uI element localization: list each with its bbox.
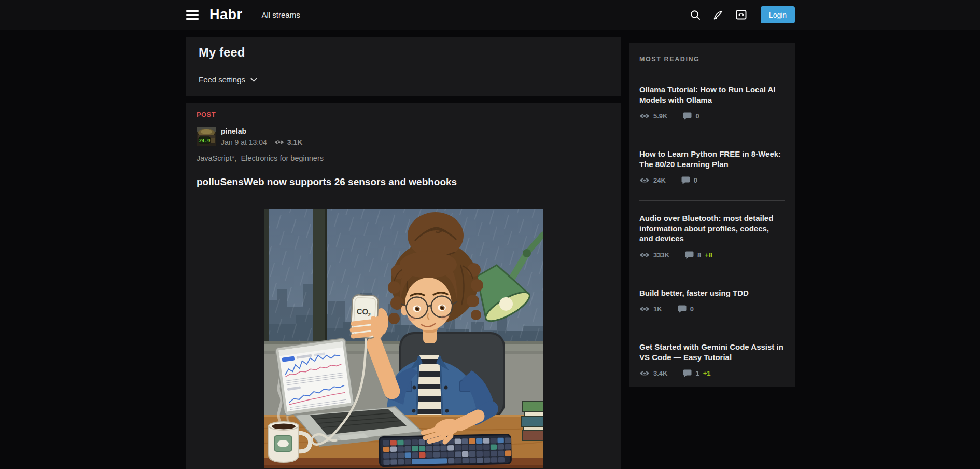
views-icon	[639, 112, 650, 120]
hub-link[interactable]: JavaScript*	[197, 154, 234, 162]
comments-stat[interactable]: 1+1	[683, 369, 710, 377]
most-reading-item: Get Started with Gemini Code Assist in V…	[639, 329, 785, 393]
most-reading-item: Audio over Bluetooth: most detailed info…	[639, 201, 785, 275]
top-nav: Habr All streams Login	[0, 0, 980, 30]
login-button[interactable]: Login	[761, 6, 795, 23]
post-kind-label: POST	[197, 111, 610, 118]
post-title[interactable]: polluSensWeb now supports 26 sensors and…	[197, 176, 610, 188]
views-stat: 333K	[639, 251, 669, 259]
views-icon	[639, 251, 650, 259]
most-reading-card: MOST READING Ollama Tutorial: How to Run…	[629, 43, 795, 387]
most-reading-item: Ollama Tutorial: How to Run Local AI Mod…	[639, 72, 785, 136]
search-icon	[690, 9, 701, 21]
search-button[interactable]	[689, 9, 702, 21]
article-link[interactable]: Audio over Bluetooth: most detailed info…	[639, 213, 785, 244]
comments-icon	[683, 369, 692, 377]
most-reading-item: Build better, faster using TDD1K0	[639, 275, 785, 329]
svg-text:24.9: 24.9	[199, 138, 211, 143]
nav-all-streams[interactable]: All streams	[262, 10, 300, 19]
comments-icon	[683, 112, 692, 120]
comments-icon	[685, 251, 694, 259]
post-image[interactable]: CO2	[264, 209, 543, 469]
most-reading-item: How to Learn Python FREE in 8-Week: The …	[639, 136, 785, 200]
menu-icon	[186, 10, 199, 12]
views-stat: 3.4K	[639, 369, 667, 377]
my-feed-card: My feed Feed settings	[186, 37, 621, 96]
habr-logo[interactable]: Habr	[209, 7, 243, 23]
views-icon	[274, 139, 284, 146]
post-author[interactable]: pinelab	[221, 127, 302, 135]
feed-settings-button[interactable]: Feed settings	[199, 75, 257, 84]
article-link[interactable]: Ollama Tutorial: How to Run Local AI Mod…	[639, 85, 785, 105]
post-card: POST 24.9 pinelab Jan 9 at 13:04 3.1K	[186, 103, 621, 469]
hub-link[interactable]: Electronics for beginners	[241, 154, 324, 162]
comments-stat[interactable]: 8+8	[685, 251, 712, 259]
most-reading-title: MOST READING	[639, 56, 785, 63]
nav-divider	[253, 9, 253, 21]
pen-icon	[712, 9, 724, 21]
views-stat: 1K	[639, 305, 662, 313]
comments-stat[interactable]: 0	[681, 176, 697, 184]
chevron-down-icon	[250, 78, 257, 82]
comments-icon	[678, 305, 687, 313]
comments-icon	[681, 176, 690, 184]
views-icon	[639, 176, 650, 184]
new-comments: +8	[705, 251, 712, 259]
feed-title: My feed	[199, 45, 608, 60]
post-hubs: JavaScript*, Electronics for beginners	[197, 154, 610, 162]
new-comments: +1	[703, 369, 711, 377]
eye-box-icon	[735, 9, 747, 21]
post-views: 3.1K	[274, 138, 303, 146]
comments-stat[interactable]: 0	[683, 112, 699, 120]
views-icon	[639, 369, 650, 377]
article-link[interactable]: How to Learn Python FREE in 8-Week: The …	[639, 149, 785, 169]
comments-stat[interactable]: 0	[678, 305, 694, 313]
avatar[interactable]: 24.9	[197, 127, 216, 146]
menu-button[interactable]	[186, 10, 199, 20]
streams-button[interactable]	[735, 9, 747, 21]
article-link[interactable]: Build better, faster using TDD	[639, 288, 785, 298]
article-link[interactable]: Get Started with Gemini Code Assist in V…	[639, 342, 785, 362]
views-stat: 5.9K	[639, 112, 667, 120]
write-button[interactable]	[712, 9, 724, 21]
views-stat: 24K	[639, 176, 666, 184]
views-icon	[639, 305, 650, 313]
post-date: Jan 9 at 13:04	[221, 138, 267, 146]
